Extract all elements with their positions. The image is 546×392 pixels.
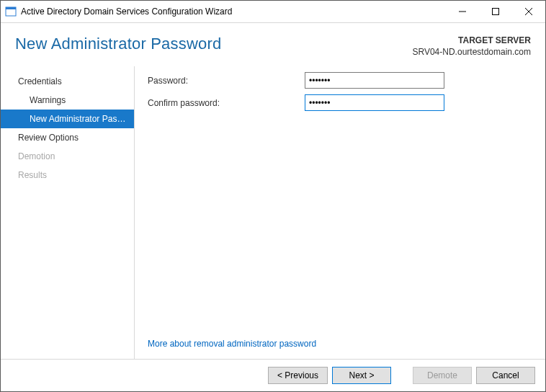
next-button[interactable]: Next > xyxy=(332,367,391,384)
confirm-password-row: Confirm password: xyxy=(148,94,531,111)
app-icon xyxy=(5,6,17,17)
password-row: Password: xyxy=(148,72,531,89)
password-label: Password: xyxy=(148,76,305,86)
wizard-body: Credentials Warnings New Administrator P… xyxy=(1,66,545,359)
maximize-button[interactable] xyxy=(479,1,512,22)
step-warnings[interactable]: Warnings xyxy=(1,91,134,110)
window-title: Active Directory Domain Services Configu… xyxy=(21,6,232,17)
step-credentials[interactable]: Credentials xyxy=(1,72,134,91)
step-review-options[interactable]: Review Options xyxy=(1,128,134,147)
page-header: New Administrator Password TARGET SERVER… xyxy=(1,23,545,66)
window-controls xyxy=(446,1,545,22)
target-server-block: TARGET SERVER SRV04-ND.ourtestdomain.com xyxy=(412,35,531,58)
footer-bar: < Previous Next > Demote Cancel xyxy=(1,360,545,391)
svg-rect-1 xyxy=(6,7,16,9)
close-button[interactable] xyxy=(512,1,545,22)
previous-button[interactable]: < Previous xyxy=(268,367,328,384)
cancel-button[interactable]: Cancel xyxy=(476,367,535,384)
target-server-value: SRV04-ND.ourtestdomain.com xyxy=(412,46,531,58)
step-sidebar: Credentials Warnings New Administrator P… xyxy=(1,66,135,359)
more-about-link[interactable]: More about removal administrator passwor… xyxy=(148,339,531,349)
confirm-password-input[interactable] xyxy=(305,94,444,111)
step-results: Results xyxy=(1,166,134,184)
target-server-label: TARGET SERVER xyxy=(412,35,531,46)
title-bar: Active Directory Domain Services Configu… xyxy=(1,1,545,22)
content-pane: Password: Confirm password: More about r… xyxy=(135,66,545,359)
step-demotion: Demotion xyxy=(1,147,134,166)
wizard-window: Active Directory Domain Services Configu… xyxy=(0,0,546,392)
demote-button: Demote xyxy=(413,367,472,384)
password-input[interactable] xyxy=(305,72,444,89)
svg-rect-3 xyxy=(493,9,499,15)
minimize-button[interactable] xyxy=(446,1,479,22)
step-new-admin-password[interactable]: New Administrator Passw... xyxy=(1,110,134,128)
page-title: New Administrator Password xyxy=(15,35,221,53)
confirm-password-label: Confirm password: xyxy=(148,98,305,108)
